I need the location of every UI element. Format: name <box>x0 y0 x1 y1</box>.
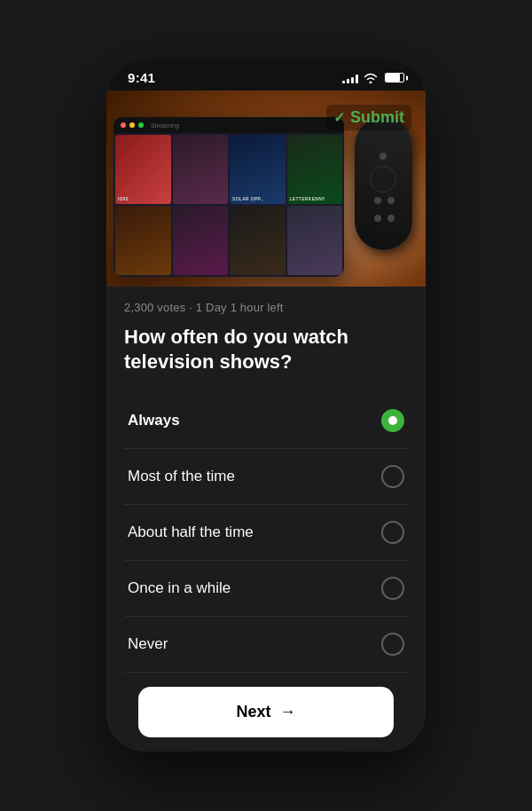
radio-never <box>381 633 404 656</box>
option-half[interactable]: About half the time <box>124 505 408 561</box>
vote-count: 2,300 votes <box>124 301 185 314</box>
submit-button[interactable]: ✓ Submit <box>326 105 411 130</box>
tv-thumbnail-4 <box>115 206 171 275</box>
tv-thumbnail-0: ID90 <box>115 135 171 204</box>
hero-image-area: Streaming ID90 SOLAR OPP.. LETTERKENNY <box>106 91 426 287</box>
option-never[interactable]: Never <box>124 617 408 673</box>
poll-meta: 2,300 votes · 1 Day 1 hour left <box>124 301 408 314</box>
tv-content-card: Streaming ID90 SOLAR OPP.. LETTERKENNY <box>113 117 344 277</box>
poll-area: 2,300 votes · 1 Day 1 hour left How ofte… <box>106 287 426 752</box>
tv-thumbnail-6 <box>230 206 286 275</box>
next-label: Next <box>236 703 270 721</box>
signal-icon <box>342 73 358 83</box>
radio-always <box>381 409 404 432</box>
option-once-label: Once in a while <box>128 579 231 597</box>
tv-thumbnail-2: SOLAR OPP.. <box>230 135 286 204</box>
next-button[interactable]: Next → <box>138 687 394 737</box>
radio-inner-always <box>388 416 397 425</box>
option-half-label: About half the time <box>128 524 254 541</box>
meta-separator: · <box>189 301 192 314</box>
time-left: 1 Day 1 hour left <box>196 301 284 314</box>
wifi-icon <box>364 73 378 83</box>
submit-label: Submit <box>350 108 404 127</box>
radio-once <box>381 577 404 600</box>
next-arrow-icon: → <box>280 703 296 721</box>
option-most-label: Most of the time <box>128 468 235 485</box>
tv-thumbnail-1 <box>173 135 229 204</box>
battery-icon <box>385 73 404 83</box>
status-bar: 9:41 <box>106 59 426 91</box>
status-icons <box>342 73 404 83</box>
option-always-label: Always <box>128 412 180 429</box>
radio-most <box>381 465 404 488</box>
options-list: Always Most of the time About half the t… <box>124 393 408 673</box>
option-never-label: Never <box>128 635 168 653</box>
submit-check-icon: ✓ <box>333 109 345 126</box>
tv-thumbnail-3: LETTERKENNY <box>287 135 343 204</box>
radio-half <box>381 521 404 544</box>
status-time: 9:41 <box>128 70 155 85</box>
option-once[interactable]: Once in a while <box>124 561 408 617</box>
tv-thumbnail-7 <box>287 206 343 275</box>
phone-frame: 9:41 <box>106 59 426 752</box>
tv-thumbnail-5 <box>173 206 229 275</box>
poll-question: How often do you watch television shows? <box>124 325 408 375</box>
option-always[interactable]: Always <box>124 393 408 449</box>
remote-image <box>355 117 412 250</box>
option-most[interactable]: Most of the time <box>124 449 408 505</box>
